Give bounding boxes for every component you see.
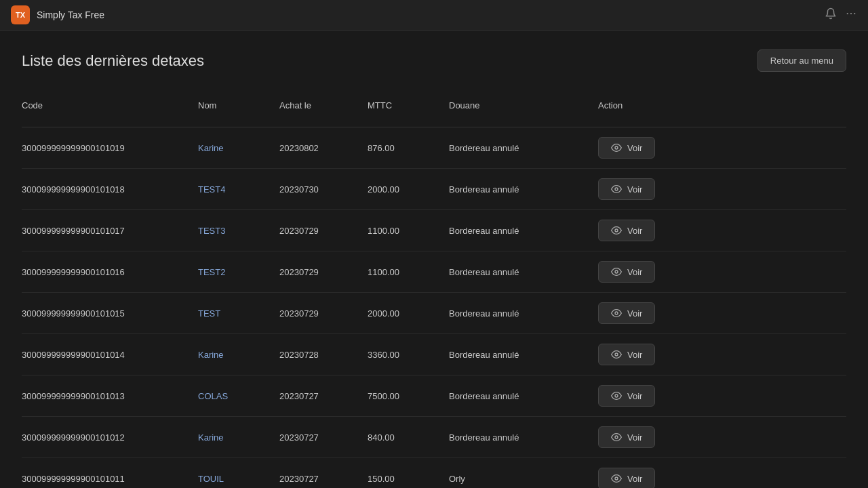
back-to-menu-button[interactable]: Retour au menu bbox=[757, 49, 846, 72]
cell-mttc: 3360.00 bbox=[368, 340, 449, 369]
voir-button[interactable]: Voir bbox=[598, 178, 655, 200]
page-content: Liste des dernières detaxes Retour au me… bbox=[0, 30, 868, 488]
cell-code: 300099999999900101019 bbox=[22, 134, 198, 163]
eye-icon bbox=[611, 473, 622, 484]
voir-button[interactable]: Voir bbox=[598, 220, 655, 241]
cell-action: Voir bbox=[598, 127, 707, 168]
table-row: 300099999999900101012 Karine 20230727 84… bbox=[22, 417, 846, 458]
eye-icon bbox=[611, 266, 622, 277]
table-body: 300099999999900101019 Karine 20230802 87… bbox=[22, 127, 846, 488]
col-header-douane: Douane bbox=[449, 91, 598, 120]
eye-icon bbox=[611, 184, 622, 195]
detaxes-table: Code Nom Achat le MTTC Douane Action 300… bbox=[22, 91, 846, 488]
col-header-action: Action bbox=[598, 91, 707, 120]
cell-mttc: 2000.00 bbox=[368, 299, 449, 328]
svg-point-9 bbox=[615, 394, 618, 397]
cell-achat-le: 20230727 bbox=[279, 382, 368, 411]
voir-label: Voir bbox=[627, 308, 642, 319]
topbar-right bbox=[825, 7, 857, 23]
cell-achat-le: 20230730 bbox=[279, 175, 368, 204]
cell-douane: Bordereau annulé bbox=[449, 258, 598, 287]
cell-douane: Bordereau annulé bbox=[449, 299, 598, 328]
voir-button[interactable]: Voir bbox=[598, 344, 655, 365]
cell-action: Voir bbox=[598, 375, 707, 416]
cell-douane: Bordereau annulé bbox=[449, 423, 598, 452]
topbar-left: TX Simply Tax Free bbox=[11, 5, 104, 24]
cell-nom: Karine bbox=[198, 340, 279, 369]
svg-point-1 bbox=[850, 12, 852, 14]
table-row: 300099999999900101011 TOUIL 20230727 150… bbox=[22, 458, 846, 488]
eye-icon bbox=[611, 225, 622, 236]
cell-action: Voir bbox=[598, 334, 707, 375]
table-row: 300099999999900101014 Karine 20230728 33… bbox=[22, 334, 846, 375]
cell-action: Voir bbox=[598, 251, 707, 292]
voir-button[interactable]: Voir bbox=[598, 137, 655, 159]
cell-douane: Bordereau annulé bbox=[449, 175, 598, 204]
voir-label: Voir bbox=[627, 432, 642, 443]
svg-point-0 bbox=[847, 12, 848, 14]
svg-point-6 bbox=[615, 270, 618, 273]
svg-point-3 bbox=[615, 146, 618, 149]
table-header: Code Nom Achat le MTTC Douane Action bbox=[22, 91, 846, 127]
voir-button[interactable]: Voir bbox=[598, 385, 655, 407]
cell-mttc: 840.00 bbox=[368, 423, 449, 452]
cell-achat-le: 20230727 bbox=[279, 464, 368, 489]
app-logo: TX bbox=[11, 5, 30, 24]
voir-button[interactable]: Voir bbox=[598, 261, 655, 283]
svg-point-4 bbox=[615, 188, 618, 190]
table-row: 300099999999900101019 Karine 20230802 87… bbox=[22, 127, 846, 169]
voir-label: Voir bbox=[627, 267, 642, 277]
cell-code: 300099999999900101017 bbox=[22, 216, 198, 245]
cell-douane: Bordereau annulé bbox=[449, 216, 598, 245]
cell-nom: TEST3 bbox=[198, 216, 279, 245]
table-row: 300099999999900101013 COLAS 20230727 750… bbox=[22, 375, 846, 417]
cell-code: 300099999999900101013 bbox=[22, 382, 198, 411]
eye-icon bbox=[611, 432, 622, 443]
voir-label: Voir bbox=[627, 350, 642, 360]
svg-point-11 bbox=[615, 477, 618, 480]
col-header-achat-le: Achat le bbox=[279, 91, 368, 120]
cell-code: 300099999999900101012 bbox=[22, 423, 198, 452]
svg-point-10 bbox=[615, 436, 618, 439]
topbar: TX Simply Tax Free bbox=[0, 0, 868, 30]
cell-nom: TEST bbox=[198, 299, 279, 328]
svg-point-5 bbox=[615, 229, 618, 232]
voir-button[interactable]: Voir bbox=[598, 426, 655, 448]
cell-nom: TOUIL bbox=[198, 464, 279, 489]
cell-code: 300099999999900101015 bbox=[22, 299, 198, 328]
cell-mttc: 150.00 bbox=[368, 464, 449, 489]
app-title: Simply Tax Free bbox=[37, 9, 104, 20]
cell-code: 300099999999900101018 bbox=[22, 175, 198, 204]
cell-achat-le: 20230727 bbox=[279, 423, 368, 452]
voir-label: Voir bbox=[627, 391, 642, 401]
more-icon[interactable] bbox=[845, 7, 857, 23]
table-row: 300099999999900101015 TEST 20230729 2000… bbox=[22, 293, 846, 334]
cell-achat-le: 20230728 bbox=[279, 340, 368, 369]
table-row: 300099999999900101017 TEST3 20230729 110… bbox=[22, 210, 846, 251]
table-row: 300099999999900101016 TEST2 20230729 110… bbox=[22, 251, 846, 293]
bell-icon[interactable] bbox=[825, 7, 837, 23]
cell-action: Voir bbox=[598, 417, 707, 458]
cell-achat-le: 20230802 bbox=[279, 134, 368, 163]
col-header-mttc: MTTC bbox=[368, 91, 449, 120]
voir-button[interactable]: Voir bbox=[598, 302, 655, 324]
page-title: Liste des dernières detaxes bbox=[22, 52, 204, 70]
voir-button[interactable]: Voir bbox=[598, 468, 655, 488]
voir-label: Voir bbox=[627, 474, 642, 484]
cell-nom: TEST4 bbox=[198, 175, 279, 204]
page-header: Liste des dernières detaxes Retour au me… bbox=[22, 49, 846, 72]
eye-icon bbox=[611, 308, 622, 319]
cell-nom: TEST2 bbox=[198, 258, 279, 287]
cell-nom: Karine bbox=[198, 423, 279, 452]
voir-label: Voir bbox=[627, 226, 642, 236]
cell-mttc: 876.00 bbox=[368, 134, 449, 163]
cell-action: Voir bbox=[598, 210, 707, 251]
col-header-code: Code bbox=[22, 91, 198, 120]
cell-code: 300099999999900101011 bbox=[22, 464, 198, 489]
cell-douane: Bordereau annulé bbox=[449, 134, 598, 163]
cell-action: Voir bbox=[598, 458, 707, 488]
table-row: 300099999999900101018 TEST4 20230730 200… bbox=[22, 169, 846, 210]
eye-icon bbox=[611, 390, 622, 401]
cell-action: Voir bbox=[598, 293, 707, 333]
cell-nom: Karine bbox=[198, 134, 279, 163]
